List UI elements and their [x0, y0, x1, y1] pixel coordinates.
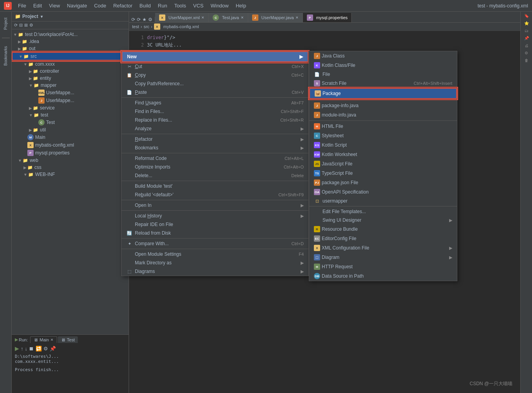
bookmark-btn[interactable]: ★	[142, 17, 147, 22]
tree-item-idea[interactable]: ▶ 📁 .idea	[12, 38, 129, 45]
sub-xmlconfigfile[interactable]: X XML Configuration File ▶	[309, 243, 457, 253]
navigate-back-btn[interactable]: ⟳	[131, 17, 135, 22]
ctx-openin[interactable]: Open In ▶	[122, 201, 308, 210]
run-tab-main-close[interactable]: ✕	[50, 338, 54, 342]
project-dropdown-icon[interactable]: ▼	[40, 14, 44, 19]
breadcrumb-test[interactable]: test	[132, 24, 139, 29]
run-settings-btn[interactable]: ⚙	[43, 346, 48, 352]
run-scroll-down[interactable]: ↓	[25, 346, 28, 352]
sub-typescriptfile[interactable]: TS TypeScript File	[309, 169, 457, 178]
tree-item-src[interactable]: ▼ 📁 src	[12, 52, 129, 61]
editor-tab-usermapper-xml[interactable]: X UserMapper.xml ✕	[155, 13, 209, 22]
editor-tab-testjava-close[interactable]: ✕	[241, 16, 244, 20]
run-tab-main[interactable]: 🖥Main ✕	[30, 336, 57, 343]
editor-tab-mysql[interactable]: P mysql.properties	[303, 13, 352, 22]
ctx-comparewith[interactable]: ✦ Compare With... Ctrl+D	[122, 239, 308, 248]
editor-tab-usermapper-xml-close[interactable]: ✕	[201, 16, 204, 20]
ctx-reloadfromdisk[interactable]: 🔄 Reload from Disk	[122, 229, 308, 237]
tree-item-css[interactable]: ▶ 📁 css	[12, 164, 129, 171]
sub-package[interactable]: 📦 Package	[309, 88, 457, 99]
collapse-icon[interactable]: ⊟	[19, 23, 23, 28]
tree-item-test[interactable]: ▼ 📁 test	[12, 111, 129, 118]
bookmark-icon-6[interactable]: ⚙	[525, 51, 528, 55]
tree-item-util[interactable]: ▶ 📁 util	[12, 126, 129, 133]
sub-httprequest[interactable]: H HTTP Request	[309, 262, 457, 271]
sub-htmlfile[interactable]: H HTML File	[309, 122, 457, 131]
tree-item-entity[interactable]: ▶ 📁 entity	[12, 75, 129, 82]
sub-moduleinfojava[interactable]: J module-info.java	[309, 110, 457, 120]
menu-file[interactable]: File	[15, 2, 29, 9]
menu-vcs[interactable]: VCS	[190, 2, 207, 9]
sidebar-bookmarks-label[interactable]: Bookmarks	[4, 46, 8, 66]
ctx-delete[interactable]: Delete... Delete	[122, 171, 308, 180]
sub-file[interactable]: 📄 File	[309, 70, 457, 79]
menu-window[interactable]: Window	[208, 2, 232, 9]
ctx-replaceinfiles[interactable]: Replace in Files... Ctrl+Shift+R	[122, 116, 308, 124]
sub-javascriptfile[interactable]: JS JavaScript File	[309, 159, 457, 169]
sub-resourcebundle[interactable]: R Resource Bundle	[309, 224, 457, 234]
ctx-findinfiles[interactable]: Find in Files... Ctrl+Shift+F	[122, 107, 308, 116]
ctx-paste[interactable]: 📄 Paste Ctrl+V	[122, 88, 308, 97]
navigate-fwd-btn[interactable]: ⟳	[137, 17, 141, 22]
menu-view[interactable]: View	[46, 2, 63, 9]
run-play-btn[interactable]: ▶	[15, 345, 19, 352]
sidebar-project-label[interactable]: Project	[4, 18, 8, 30]
menu-help[interactable]: Help	[233, 2, 249, 9]
ctx-reformatcode[interactable]: Reformat Code Ctrl+Alt+L	[122, 154, 308, 163]
editor-tab-usermapper-java[interactable]: J UserMapper.java ✕	[248, 13, 303, 22]
run-scroll-up[interactable]: ↑	[21, 346, 23, 352]
ctx-repairide[interactable]: Repair IDE on File	[122, 220, 308, 229]
sub-diagram[interactable]: ⬚ Diagram ▶	[309, 253, 457, 262]
tree-item-controller[interactable]: ▶ 📁 controller	[12, 68, 129, 75]
tree-item-usermapper-xml[interactable]: ▶ XML UserMappe...	[12, 89, 129, 97]
run-stop-btn[interactable]: ⏹	[29, 346, 34, 352]
menu-tools[interactable]: Tools	[171, 2, 189, 9]
tree-item-mybatis[interactable]: ▶ X mybatis-config.xml	[12, 141, 129, 149]
sub-editfiletemplates[interactable]: Edit File Templates...	[309, 207, 457, 216]
bookmark-icon-2[interactable]: ⭐	[524, 21, 529, 25]
ctx-buildmodule[interactable]: Build Module 'test'	[122, 182, 308, 190]
menu-edit[interactable]: Edit	[30, 2, 45, 9]
ctx-copypath[interactable]: Copy Path/Reference...	[122, 79, 308, 88]
sync-icon[interactable]: ⟳	[14, 23, 18, 28]
ctx-findusages[interactable]: Find Usages Alt+F7	[122, 99, 308, 107]
sub-swingguidesigner[interactable]: Swing UI Designer ▶	[309, 216, 457, 224]
ctx-bookmarks[interactable]: Bookmarks ▶	[122, 144, 308, 152]
sub-kotlinworksheet[interactable]: KW Kotlin Worksheet	[309, 150, 457, 159]
editor-tab-testjava[interactable]: C Test.java ✕	[209, 13, 248, 22]
sub-javaclass[interactable]: J Java Class	[309, 51, 457, 61]
tree-item-out[interactable]: ▶ 📁 out	[12, 45, 129, 52]
ctx-diagrams[interactable]: ⬚ Diagrams ▶	[122, 267, 308, 276]
sub-kotlinclassfile[interactable]: K Kotlin Class/File	[309, 61, 457, 70]
ctx-openmodulesettings[interactable]: Open Module Settings F4	[122, 250, 308, 258]
new-menu-item[interactable]: New ▶	[122, 51, 308, 62]
bookmark-icon-4[interactable]: 📌	[524, 36, 529, 40]
sub-kotlinscript[interactable]: KS Kotlin Script	[309, 140, 457, 150]
run-tab-test[interactable]: 🖥Test	[58, 336, 78, 343]
sub-packagejson[interactable]: PJ package.json File	[309, 178, 457, 187]
run-pin-btn[interactable]: 📌	[50, 346, 56, 352]
menu-navigate[interactable]: Navigate	[64, 2, 90, 9]
sub-editorconfigfile[interactable]: EC EditorConfig File	[309, 234, 457, 243]
editor-tab-usermapper-java-close[interactable]: ✕	[296, 16, 299, 20]
ctx-copy[interactable]: 📋 Copy Ctrl+C	[122, 71, 308, 79]
tree-item-web[interactable]: ▼ 📁 web	[12, 157, 129, 164]
ctx-analyze[interactable]: Analyze ▶	[122, 124, 308, 133]
tree-item-mysql[interactable]: ▶ P mysql.properties	[12, 149, 129, 157]
tree-item-comxxxx[interactable]: ▼ 📁 com.xxxx	[12, 61, 129, 68]
tree-item-webinf[interactable]: ▼ 📁 WEB-INF	[12, 171, 129, 178]
ctx-markdirectoryas[interactable]: Mark Directory as ▶	[122, 258, 308, 267]
ctx-rebuild[interactable]: Rebuild '<default>' Ctrl+Shift+F9	[122, 190, 308, 199]
breadcrumb-src[interactable]: src	[143, 24, 149, 29]
sub-packageinfojava[interactable]: J package-info.java	[309, 101, 457, 110]
sub-usermapper[interactable]: ⊡ usermapper	[309, 197, 457, 205]
settings-icon[interactable]: ⚙	[29, 23, 33, 28]
bookmark-icon-1[interactable]: 🔖	[524, 14, 529, 18]
settings-btn[interactable]: ⚙	[148, 17, 152, 22]
tree-item-mapper[interactable]: ▼ 📁 mapper	[12, 82, 129, 89]
sub-stylesheet[interactable]: C Stylesheet	[309, 131, 457, 140]
menu-run[interactable]: Run	[155, 2, 170, 9]
bookmark-icon-7[interactable]: 🗑	[525, 58, 528, 63]
sub-datasourceinpath[interactable]: DB Data Source in Path	[309, 271, 457, 281]
tree-item-main[interactable]: ▶ M Main	[12, 133, 129, 141]
